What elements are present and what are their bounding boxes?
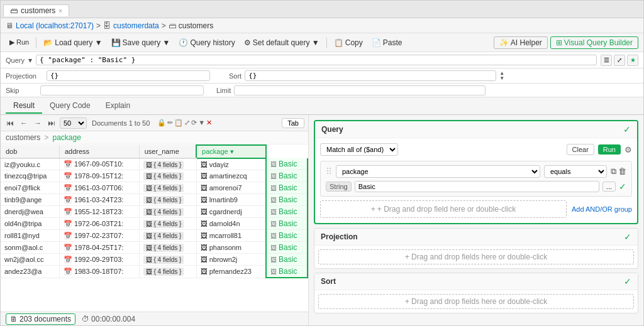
last-page-button[interactable]: ⏭: [46, 118, 57, 128]
table-row[interactable]: old4n@tripa📅 1972-06-03T21:🖼 { 4 fields …: [1, 218, 308, 230]
ai-helper-button[interactable]: ✨ AI Helper: [494, 36, 548, 49]
sort-panel-check[interactable]: ✓: [624, 276, 631, 286]
copy-icon: 📋: [334, 38, 343, 47]
prev-page-button[interactable]: ←: [18, 118, 30, 128]
dots-button[interactable]: ...: [602, 182, 616, 192]
close-table-icon[interactable]: ✕: [206, 119, 212, 127]
tab-icon: 🗃: [10, 6, 18, 15]
path-sep: >: [44, 133, 48, 142]
breadcrumb: 🖥 Local (localhost:27017) > 🗄 customerda…: [1, 18, 643, 33]
filter-bottom: String ... ✓: [326, 181, 626, 192]
table-row[interactable]: tinezcq@tripa📅 1978-09-15T12:🖼 { 4 field…: [1, 170, 308, 182]
set-default-button[interactable]: ⚙ Set default query ▼: [240, 37, 323, 48]
load-query-button[interactable]: 📂 Load query ▼: [40, 37, 106, 48]
tab-customers[interactable]: 🗃 customers ×: [3, 4, 69, 16]
tab-view-button[interactable]: Tab: [282, 118, 304, 128]
run-query-button[interactable]: Run: [598, 144, 621, 155]
vqb-icon: ⊞: [556, 38, 562, 47]
table-row[interactable]: iz@youku.c📅 1967-09-05T10:🖼 { 4 fields }…: [1, 158, 308, 170]
save-query-button[interactable]: 💾 Save query ▼: [108, 37, 174, 48]
copy-row-icon[interactable]: 📋: [174, 119, 183, 127]
filter-icon[interactable]: ▼: [198, 119, 205, 127]
lock-icons: 🔒 ✏ 📋 ⤢ ⟳ ▼ ✕: [157, 119, 212, 127]
sort-label: Sort: [229, 72, 242, 80]
server-label[interactable]: Local (localhost:27017): [16, 21, 94, 30]
tab-explain[interactable]: Explain: [98, 99, 138, 114]
cell-dob: 📅 1997-02-23T07:: [59, 230, 139, 242]
db-label[interactable]: customerdata: [113, 21, 159, 30]
sort-panel-header: Sort ✓: [314, 273, 638, 290]
collection-base: customers: [6, 133, 40, 142]
run-button[interactable]: ▶ Run: [6, 37, 33, 48]
table-row[interactable]: roll81@nyd📅 1997-02-23T07:🖼 { 4 fields }…: [1, 230, 308, 242]
match-select[interactable]: Match all of ($and): [320, 143, 398, 156]
tab-close-icon[interactable]: ×: [58, 8, 62, 14]
tab-bar: 🗃 customers ×: [1, 1, 643, 18]
projection-panel-title: Projection: [321, 232, 358, 241]
table-row[interactable]: tinb9@ange📅 1961-03-24T23:🖼 { 4 fields }…: [1, 194, 308, 206]
query-options-icon[interactable]: ☰: [601, 55, 612, 66]
table-row[interactable]: sonm@aol.c📅 1978-04-25T17:🖼 { 4 fields }…: [1, 242, 308, 254]
edit-icon[interactable]: ✏: [167, 119, 173, 127]
projection-label: Projection: [6, 72, 40, 80]
table-row[interactable]: dnerdj@wea📅 1955-12-18T23:🖼 { 4 fields }…: [1, 206, 308, 218]
sort-drop-zone[interactable]: + Drag and drop fields here or double-cl…: [318, 294, 634, 309]
refresh-icon[interactable]: ⟳: [191, 119, 197, 127]
copy-filter-icon[interactable]: ⧉: [611, 166, 616, 177]
proj-drop-label: + Drag and drop fields here or double-cl…: [405, 253, 547, 261]
collection-label[interactable]: customers: [179, 21, 213, 30]
query-drop-zone[interactable]: + + Drag and drop field here or double-c…: [320, 200, 567, 218]
visual-query-builder-button[interactable]: ⊞ Visual Query Builder: [550, 36, 638, 49]
value-input[interactable]: [355, 181, 599, 192]
copy-button[interactable]: 📋 Copy: [330, 37, 367, 48]
cell-package: 🖼Basic: [266, 242, 308, 254]
next-page-button[interactable]: →: [32, 118, 43, 128]
limit-input[interactable]: [234, 85, 486, 95]
field-select[interactable]: package: [336, 165, 540, 178]
table-row[interactable]: andez23@a📅 1983-09-18T07:🖼 { 4 fields }🖼…: [1, 266, 308, 278]
expand-icon[interactable]: ⤢: [184, 119, 190, 127]
skip-input[interactable]: [40, 85, 204, 95]
history-icon: 🕐: [179, 38, 188, 47]
projection-input[interactable]: [47, 70, 210, 81]
cell-dob: 📅 1961-03-07T06:: [59, 182, 139, 194]
projection-panel-check[interactable]: ✓: [624, 232, 631, 242]
query-panel-check[interactable]: ✓: [623, 124, 631, 134]
query-star-icon[interactable]: ★: [627, 55, 638, 66]
table-row[interactable]: enoi7@flick📅 1961-03-07T06:🖼 { 4 fields …: [1, 182, 308, 194]
page-size-select[interactable]: 50 100: [60, 117, 87, 129]
paste-button[interactable]: 📄 Paste: [368, 37, 406, 48]
tab-query-code[interactable]: Query Code: [42, 99, 98, 114]
collection-path: customers > package: [1, 131, 308, 144]
query-history-button[interactable]: 🕐 Query history: [175, 37, 238, 48]
lock-icon[interactable]: 🔒: [157, 119, 166, 127]
cell-package: 🖼Basic: [266, 182, 308, 194]
cell-username: 🖼 mcarroll81: [196, 230, 266, 242]
query-expand-icon[interactable]: ⤢: [614, 55, 625, 66]
table-row[interactable]: wn2j@aol.cc📅 1992-09-29T03:🖼 { 4 fields …: [1, 254, 308, 266]
cell-email: dnerdj@wea: [1, 206, 59, 218]
first-page-button[interactable]: ⏮: [4, 118, 16, 128]
clear-button[interactable]: Clear: [567, 144, 594, 155]
type-badge: String: [326, 182, 352, 192]
drag-handle-icon[interactable]: ⠿: [326, 166, 332, 177]
filter-check-icon[interactable]: ✓: [619, 182, 626, 192]
query-arrow[interactable]: ▾: [28, 56, 32, 65]
operator-select[interactable]: equals: [544, 165, 607, 178]
add-and-or-link[interactable]: Add AND/OR group: [572, 205, 632, 213]
cell-email: tinezcq@tripa: [1, 170, 59, 182]
cell-address: 🖼 { 4 fields }: [139, 266, 196, 278]
cell-package: 🖼Basic: [266, 230, 308, 242]
cell-dob: 📅 1961-03-24T23:: [59, 194, 139, 206]
tab-label: customers: [21, 6, 55, 15]
cell-username: 🖼 cgardnerdj: [196, 206, 266, 218]
delete-filter-icon[interactable]: 🗑: [618, 166, 626, 177]
sort-input[interactable]: [245, 70, 496, 81]
col-user-name: user_name: [139, 145, 196, 158]
cell-username: 🖼 darnold4n: [196, 218, 266, 230]
projection-drop-zone[interactable]: + Drag and drop fields here or double-cl…: [318, 249, 634, 264]
settings-icon[interactable]: ⚙: [625, 145, 632, 155]
tab-result[interactable]: Result: [6, 99, 42, 114]
sort-down-button[interactable]: ▼: [499, 76, 504, 81]
query-input[interactable]: [36, 55, 597, 65]
